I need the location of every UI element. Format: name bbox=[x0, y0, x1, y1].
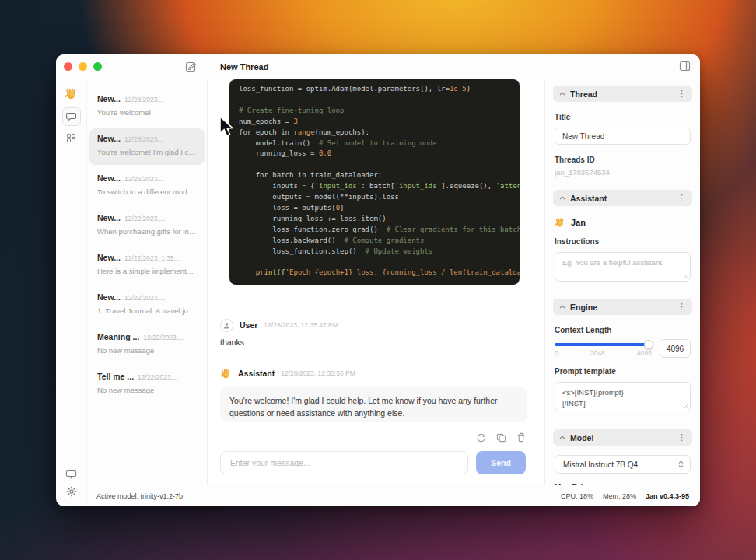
nav-rail bbox=[56, 79, 87, 506]
section-title: Thread bbox=[570, 89, 673, 99]
thread-item-date: 12/22/2023,... bbox=[124, 294, 165, 302]
thread-item-date: 12/22/2023,... bbox=[143, 334, 184, 341]
prompt-template-label: Prompt template bbox=[555, 367, 691, 376]
thread-item-preview: No new message bbox=[97, 386, 197, 394]
thread-item-title: New... bbox=[97, 213, 121, 222]
thread-list-item[interactable]: Meaning ...12/22/2023,...No new message bbox=[89, 327, 205, 363]
assistant-avatar-wave-icon bbox=[220, 368, 232, 380]
app-version: Jan v0.4.3-95 bbox=[646, 492, 689, 500]
cpu-status: CPU: 18% bbox=[561, 492, 593, 500]
message-role: Assistant bbox=[238, 369, 275, 378]
kebab-menu-icon[interactable]: ⋮ bbox=[677, 303, 686, 311]
wave-icon bbox=[555, 217, 565, 228]
assistant-name-row: Jan bbox=[555, 217, 691, 228]
section-title: Assistant bbox=[570, 194, 673, 203]
chevron-up-icon bbox=[559, 436, 565, 439]
settings-panel: Thread ⋮ Title Threads ID jan_1703574534 bbox=[544, 79, 700, 485]
thread-list-item[interactable]: Tell me ...12/22/2023,...No new message bbox=[89, 366, 205, 403]
thread-item-title: New... bbox=[97, 253, 121, 262]
context-length-label: Context Length bbox=[555, 326, 691, 334]
thread-item-date: 12/22/2023,... bbox=[138, 373, 178, 381]
assistant-section-header[interactable]: Assistant ⋮ bbox=[553, 190, 692, 206]
thread-item-title: New... bbox=[97, 134, 121, 143]
kebab-menu-icon[interactable]: ⋮ bbox=[677, 194, 686, 202]
thread-item-preview: Here is a simple implementati... bbox=[97, 267, 197, 275]
message-role: User bbox=[240, 320, 257, 330]
updown-chevron-icon bbox=[678, 460, 684, 468]
assistant-message-bubble: You're welcome! I'm glad I could help. L… bbox=[220, 387, 527, 422]
instructions-textarea[interactable] bbox=[555, 253, 690, 281]
thread-list-item[interactable]: New...12/26/2023...To switch to a differ… bbox=[89, 168, 205, 205]
thread-list-item[interactable]: New...12/22/2023,...When purchasing gift… bbox=[89, 208, 205, 244]
thread-item-preview: When purchasing gifts for in-... bbox=[97, 227, 197, 236]
status-bar: Active model: trinity-v1.2-7b CPU: 18% M… bbox=[87, 485, 700, 506]
title-label: Title bbox=[555, 113, 691, 121]
section-title: Model bbox=[570, 433, 673, 443]
chevron-up-icon bbox=[559, 305, 565, 309]
message-actions bbox=[208, 432, 526, 445]
thread-item-title: Meaning ... bbox=[97, 332, 139, 341]
code-block[interactable]: loss_function = optim.Adam(model.paramet… bbox=[229, 79, 520, 285]
rail-chat-tab[interactable] bbox=[62, 107, 81, 126]
delete-icon[interactable] bbox=[516, 432, 526, 445]
gear-icon[interactable] bbox=[66, 486, 77, 497]
thread-item-date: 12/28/2023... bbox=[124, 135, 163, 143]
thread-item-title: New... bbox=[97, 173, 121, 183]
mem-status: Mem: 28% bbox=[603, 492, 636, 500]
kebab-menu-icon[interactable]: ⋮ bbox=[677, 433, 686, 442]
resize-grip-icon[interactable] bbox=[683, 274, 688, 279]
thread-item-preview: You're welcome! bbox=[97, 108, 197, 117]
zoom-button[interactable] bbox=[93, 62, 102, 71]
slider-ticks: 0 2048 4096 bbox=[555, 349, 652, 357]
message-input[interactable] bbox=[220, 451, 468, 474]
slider-knob[interactable] bbox=[644, 340, 653, 349]
chat-area: loss_function = optim.Adam(model.paramet… bbox=[208, 79, 544, 485]
traffic-lights bbox=[64, 62, 102, 71]
composer: Send bbox=[220, 451, 526, 474]
jan-wave-logo bbox=[65, 87, 78, 100]
panel-toggle-icon[interactable] bbox=[679, 61, 691, 72]
thread-item-date: 12/28/2023... bbox=[124, 96, 163, 103]
thread-title-heading: New Thread bbox=[220, 62, 268, 72]
resize-grip-icon[interactable] bbox=[683, 404, 688, 409]
selected-model: Mistral Instruct 7B Q4 bbox=[563, 460, 678, 469]
titlebar[interactable]: New Thread bbox=[56, 54, 700, 79]
thread-item-preview: You're welcome! I'm glad I cou... bbox=[97, 148, 197, 156]
thread-list-item[interactable]: New...12/22/2023, 1:35...Here is a simpl… bbox=[89, 247, 205, 284]
jan-app-window: New Thread bbox=[56, 54, 700, 506]
thread-item-title: New... bbox=[97, 292, 121, 302]
thread-list-item[interactable]: New...12/28/2023...You're welcome! bbox=[89, 89, 205, 125]
rail-hub-tab[interactable] bbox=[66, 133, 76, 143]
chevron-up-icon bbox=[559, 196, 565, 200]
thread-item-preview: 1. Travel Journal: A travel journ... bbox=[97, 306, 197, 315]
context-length-slider[interactable] bbox=[555, 343, 652, 346]
monitor-icon[interactable] bbox=[65, 469, 77, 479]
prompt-template-textarea[interactable]: <s>[INST]{prompt} [/INST] bbox=[555, 383, 690, 411]
thread-list-item[interactable]: New...12/22/2023,...1. Travel Journal: A… bbox=[89, 287, 205, 324]
copy-icon[interactable] bbox=[496, 432, 506, 445]
model-section-header[interactable]: Model ⋮ bbox=[553, 429, 692, 446]
regenerate-icon[interactable] bbox=[476, 432, 486, 445]
thread-item-date: 12/22/2023,... bbox=[124, 215, 165, 222]
user-message-header: User 12/28/2023, 12:35:47 PM bbox=[208, 319, 544, 331]
thread-list-item[interactable]: New...12/28/2023...You're welcome! I'm g… bbox=[89, 128, 205, 165]
engine-section-header[interactable]: Engine ⋮ bbox=[553, 299, 692, 315]
thread-title-input[interactable] bbox=[555, 128, 691, 145]
thread-section-header[interactable]: Thread ⋮ bbox=[553, 86, 692, 102]
chevron-up-icon bbox=[559, 92, 565, 96]
desktop-wallpaper: New Thread bbox=[0, 0, 756, 560]
active-model-status: Active model: trinity-v1.2-7b bbox=[96, 492, 561, 500]
close-button[interactable] bbox=[64, 62, 72, 71]
thread-item-preview: No new message bbox=[97, 346, 197, 355]
thread-item-title: New... bbox=[97, 94, 121, 103]
minimize-button[interactable] bbox=[79, 62, 87, 71]
user-avatar-icon bbox=[220, 319, 233, 332]
compose-icon[interactable] bbox=[185, 61, 197, 72]
context-length-value[interactable]: 4096 bbox=[660, 339, 691, 358]
kebab-menu-icon[interactable]: ⋮ bbox=[677, 89, 686, 98]
cursor-arrow bbox=[219, 115, 233, 138]
assistant-message-header: Assistant 12/28/2023, 12:35:56 PM bbox=[208, 367, 544, 380]
send-button[interactable]: Send bbox=[476, 451, 526, 474]
thread-item-preview: To switch to a different model,... bbox=[97, 187, 197, 196]
model-select-dropdown[interactable]: Mistral Instruct 7B Q4 bbox=[555, 455, 691, 474]
